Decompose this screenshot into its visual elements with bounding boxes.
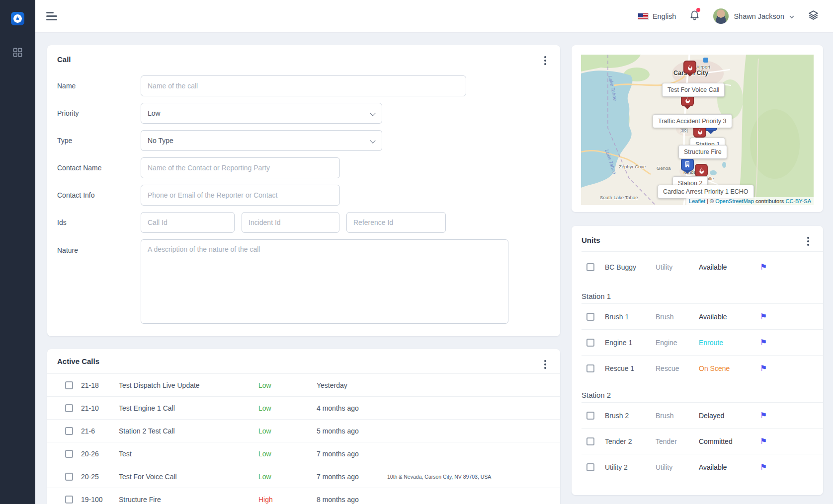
call-name: Test: [119, 450, 258, 458]
unit-checkbox[interactable]: [586, 463, 594, 471]
flag-icon[interactable]: ⚑: [759, 411, 768, 421]
call-form-card: Call Name Priority Low Type No Type: [47, 45, 560, 336]
unit-row[interactable]: Tender 2 Tender Committed ⚑: [582, 429, 823, 454]
call-name: Structure Fire: [119, 496, 258, 504]
unit-name: Brush 2: [594, 412, 656, 420]
unit-row[interactable]: Utility 2 Utility Available ⚑: [582, 454, 823, 480]
call-row[interactable]: 20-25 Test For Voice Call Low 7 months a…: [47, 465, 560, 488]
leaflet-map[interactable]: Carson City Airport Lake Tahoe Lake Taho…: [581, 55, 814, 205]
contact-info-label: Contact Info: [57, 191, 141, 199]
map-tooltip[interactable]: Test For Voice Call: [662, 83, 725, 97]
osm-link[interactable]: OpenStreetMap: [715, 198, 754, 204]
nature-textarea[interactable]: [141, 239, 508, 324]
call-checkbox[interactable]: [65, 404, 73, 412]
flag-icon[interactable]: ⚑: [759, 262, 768, 272]
flag-icon[interactable]: ⚑: [759, 363, 768, 373]
call-checkbox[interactable]: [65, 427, 73, 435]
unit-checkbox[interactable]: [586, 364, 594, 372]
call-checkbox[interactable]: [65, 496, 73, 504]
unit-row[interactable]: Rescue 1 Rescue On Scene ⚑: [582, 356, 823, 381]
map-tooltip[interactable]: Cardiac Arrest Priority 1 ECHO: [658, 185, 754, 199]
user-menu[interactable]: Shawn Jackson: [713, 8, 794, 24]
map-tooltip[interactable]: Structure Fire: [678, 145, 727, 159]
contact-info-input[interactable]: [141, 185, 340, 206]
flag-icon[interactable]: ⚑: [759, 338, 768, 348]
priority-select[interactable]: Low: [141, 103, 382, 124]
language-selector[interactable]: English: [638, 12, 676, 20]
notifications-button[interactable]: [689, 9, 700, 23]
unit-status: Enroute: [699, 339, 759, 347]
unit-checkbox[interactable]: [586, 313, 594, 321]
layers-button[interactable]: [808, 9, 819, 23]
call-checkbox[interactable]: [65, 450, 73, 458]
reference-id-input[interactable]: [346, 212, 446, 233]
flag-icon[interactable]: ⚑: [759, 462, 768, 472]
flame-icon: [684, 96, 691, 104]
unit-type: Utility: [656, 463, 699, 471]
flag-icon[interactable]: ⚑: [759, 436, 768, 446]
map-label-south-lake-tahoe: South Lake Tahoe: [600, 195, 638, 200]
call-checkbox[interactable]: [65, 381, 73, 389]
type-select[interactable]: No Type: [141, 130, 382, 151]
user-name: Shawn Jackson: [734, 12, 784, 20]
call-priority: Low: [258, 450, 317, 458]
unit-row[interactable]: Brush 1 Brush Available ⚑: [582, 304, 823, 330]
call-row[interactable]: 21-10 Test Engine 1 Call Low 4 months ag…: [47, 397, 560, 420]
priority-label: Priority: [57, 109, 141, 117]
call-priority: Low: [258, 427, 317, 435]
unit-checkbox[interactable]: [586, 339, 594, 347]
unit-row[interactable]: BC Buggy Utility Available ⚑: [582, 252, 811, 283]
unit-checkbox[interactable]: [586, 263, 594, 271]
unit-checkbox[interactable]: [586, 412, 594, 420]
call-row[interactable]: 21-18 Test Dispatch Live Update Low Yest…: [47, 374, 560, 397]
unit-checkbox[interactable]: [586, 437, 594, 445]
call-row[interactable]: 20-26 Test Low 7 months ago: [47, 442, 560, 465]
call-address: 10th & Nevada, Carson City, NV 89703, US…: [387, 474, 560, 480]
unit-name: Brush 1: [594, 313, 656, 321]
active-calls-menu-button[interactable]: [542, 358, 548, 371]
unit-row[interactable]: Engine 1 Engine Enroute ⚑: [582, 330, 823, 356]
type-select-wrap: No Type: [141, 130, 382, 151]
call-name-input[interactable]: [141, 75, 466, 96]
priority-select-wrap: Low: [141, 103, 382, 124]
call-row[interactable]: 21-6 Station 2 Test Call Low 5 months ag…: [47, 420, 560, 442]
map-label-airport: Airport: [696, 64, 710, 70]
station-2-marker[interactable]: [681, 158, 694, 171]
call-time: 7 months ago: [317, 450, 387, 458]
flag-icon[interactable]: ⚑: [759, 312, 768, 322]
station-group-header: Station 1: [582, 289, 823, 304]
call-row[interactable]: 19-100 Structure Fire High 8 months ago: [47, 488, 560, 504]
map-tooltip[interactable]: Traffic Accident Priority 3: [653, 114, 732, 128]
units-menu-button[interactable]: [805, 235, 811, 248]
type-label: Type: [57, 137, 141, 144]
call-id: 19-100: [73, 496, 119, 504]
topbar: English Shawn Jackson: [35, 0, 833, 33]
incident-id-input[interactable]: [242, 212, 339, 233]
contact-name-input[interactable]: [141, 157, 340, 178]
bell-icon: [689, 14, 700, 22]
call-id-input[interactable]: [141, 212, 235, 233]
unit-name: Tender 2: [594, 437, 656, 445]
call-checkbox[interactable]: [65, 473, 73, 481]
map-label-genoa: Genoa: [657, 165, 671, 171]
call-priority: High: [258, 496, 317, 504]
unit-type: Rescue: [656, 364, 699, 372]
airport-icon: [703, 58, 708, 63]
app-logo-icon[interactable]: [11, 12, 24, 25]
layers-icon: [808, 9, 819, 23]
dashboard-grid-icon: [13, 50, 22, 59]
hamburger-menu-icon[interactable]: [44, 10, 59, 22]
call-time: 5 months ago: [317, 427, 387, 435]
unit-row[interactable]: Brush 2 Brush Delayed ⚑: [582, 403, 823, 429]
call-name: Station 2 Test Call: [119, 427, 258, 435]
sidebar-item-dashboard[interactable]: [13, 48, 22, 59]
call-name: Test Engine 1 Call: [119, 404, 258, 412]
license-link[interactable]: CC-BY-SA: [785, 198, 811, 204]
ids-label: Ids: [57, 218, 141, 226]
call-card-menu-button[interactable]: [542, 54, 548, 67]
leaflet-link[interactable]: Leaflet: [689, 198, 705, 204]
fire-call-marker[interactable]: [695, 164, 708, 177]
active-calls-list: 21-18 Test Dispatch Live Update Low Yest…: [47, 373, 560, 504]
fire-call-marker[interactable]: [683, 61, 696, 73]
map-label-zephyr-cove: Zephyr Cove: [619, 164, 646, 169]
